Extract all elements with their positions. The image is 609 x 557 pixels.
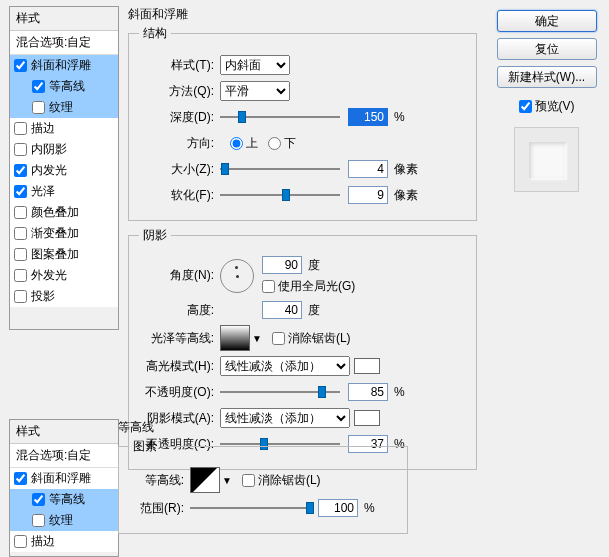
altitude-label: 高度: [139, 302, 214, 319]
highlight-color-swatch[interactable] [354, 358, 380, 374]
style-item[interactable]: 斜面和浮雕 [10, 55, 118, 76]
style-checkbox[interactable] [14, 59, 27, 72]
style-checkbox[interactable] [32, 80, 45, 93]
style-item[interactable]: 纹理 [10, 510, 118, 531]
bevel-title: 斜面和浮雕 [128, 6, 477, 23]
style-label: 投影 [31, 288, 55, 305]
angle-unit: 度 [308, 257, 320, 274]
depth-input[interactable] [348, 108, 388, 126]
style-checkbox[interactable] [14, 535, 27, 548]
style-item[interactable]: 内发光 [10, 160, 118, 181]
style-checkbox[interactable] [14, 206, 27, 219]
style-item[interactable]: 描边 [10, 118, 118, 139]
preview-checkbox[interactable]: 预览(V) [519, 98, 575, 115]
depth-slider[interactable] [220, 108, 340, 126]
style-label: 等高线 [49, 78, 85, 95]
style-checkbox[interactable] [14, 227, 27, 240]
style-item[interactable]: 外发光 [10, 265, 118, 286]
blend-options[interactable]: 混合选项:自定 [10, 443, 118, 468]
preview-label: 预览(V) [535, 98, 575, 115]
altitude-input[interactable] [262, 301, 302, 319]
size-input[interactable] [348, 160, 388, 178]
styles-header: 样式 [10, 420, 118, 443]
global-light-input[interactable] [262, 280, 275, 293]
chevron-down-icon[interactable]: ▼ [222, 475, 232, 486]
style-item[interactable]: 斜面和浮雕 [10, 468, 118, 489]
preview-checkbox-input[interactable] [519, 100, 532, 113]
style-checkbox[interactable] [14, 122, 27, 135]
soften-unit: 像素 [394, 187, 418, 204]
style-label: 等高线 [49, 491, 85, 508]
angle-input[interactable] [262, 256, 302, 274]
antialias-checkbox[interactable]: 消除锯齿(L) [272, 330, 351, 347]
style-checkbox[interactable] [14, 248, 27, 261]
highlight-opacity-input[interactable] [348, 383, 388, 401]
ok-button[interactable]: 确定 [497, 10, 597, 32]
soften-slider[interactable] [220, 186, 340, 204]
style-label: 外发光 [31, 267, 67, 284]
depth-unit: % [394, 110, 405, 124]
style-label: 内阴影 [31, 141, 67, 158]
style-item[interactable]: 等高线 [10, 76, 118, 97]
right-button-column: 确定 复位 新建样式(W)... 预览(V) [494, 10, 599, 192]
chevron-down-icon[interactable]: ▼ [252, 333, 262, 344]
style-label: 颜色叠加 [31, 204, 79, 221]
style-item[interactable]: 颜色叠加 [10, 202, 118, 223]
gloss-contour-label: 光泽等高线: [139, 330, 214, 347]
highlight-mode-select[interactable]: 线性减淡（添加） [220, 356, 350, 376]
reset-button[interactable]: 复位 [497, 38, 597, 60]
style-item[interactable]: 纹理 [10, 97, 118, 118]
contour-label: 等高线: [129, 472, 184, 489]
size-label: 大小(Z): [139, 161, 214, 178]
contour-antialias-input[interactable] [242, 474, 255, 487]
style-item[interactable]: 渐变叠加 [10, 223, 118, 244]
preview-thumbnail [514, 127, 579, 192]
highlight-opacity-slider[interactable] [220, 383, 340, 401]
style-item[interactable]: 图案叠加 [10, 244, 118, 265]
range-slider[interactable] [190, 499, 310, 517]
soften-label: 软化(F): [139, 187, 214, 204]
style-checkbox[interactable] [14, 185, 27, 198]
direction-label: 方向: [139, 135, 214, 152]
styles-panel-2: 样式 混合选项:自定 斜面和浮雕等高线纹理描边 [9, 419, 119, 557]
style-checkbox[interactable] [32, 493, 45, 506]
style-checkbox[interactable] [14, 269, 27, 282]
style-checkbox[interactable] [32, 514, 45, 527]
style-checkbox[interactable] [32, 101, 45, 114]
contour-antialias-checkbox[interactable]: 消除锯齿(L) [242, 472, 321, 489]
contour-picker[interactable] [190, 467, 220, 493]
style-checkbox[interactable] [14, 164, 27, 177]
size-unit: 像素 [394, 161, 418, 178]
gloss-contour-picker[interactable] [220, 325, 250, 351]
style-select[interactable]: 内斜面 [220, 55, 290, 75]
direction-up-radio[interactable] [230, 137, 243, 150]
direction-down-label: 下 [284, 135, 296, 152]
contour-settings: 等高线 图素 等高线: ▼ 消除锯齿(L) 范围(R): % [118, 419, 408, 540]
direction-down-radio[interactable] [268, 137, 281, 150]
method-label: 方法(Q): [139, 83, 214, 100]
altitude-unit: 度 [308, 302, 320, 319]
style-label: 光泽 [31, 183, 55, 200]
style-label: 斜面和浮雕 [31, 57, 91, 74]
style-checkbox[interactable] [14, 472, 27, 485]
new-style-button[interactable]: 新建样式(W)... [497, 66, 597, 88]
method-select[interactable]: 平滑 [220, 81, 290, 101]
style-item[interactable]: 内阴影 [10, 139, 118, 160]
antialias-input[interactable] [272, 332, 285, 345]
global-light-checkbox[interactable]: 使用全局光(G) [262, 278, 355, 295]
antialias-label: 消除锯齿(L) [288, 330, 351, 347]
blend-options[interactable]: 混合选项:自定 [10, 30, 118, 55]
structure-group: 结构 样式(T): 内斜面 方法(Q): 平滑 深度(D): % 方向: 上 下… [128, 25, 477, 221]
soften-input[interactable] [348, 186, 388, 204]
direction-up-label: 上 [246, 135, 258, 152]
style-checkbox[interactable] [14, 290, 27, 303]
style-checkbox[interactable] [14, 143, 27, 156]
style-item[interactable]: 光泽 [10, 181, 118, 202]
style-item[interactable]: 描边 [10, 531, 118, 552]
style-item[interactable]: 投影 [10, 286, 118, 307]
style-item[interactable]: 等高线 [10, 489, 118, 510]
angle-dial[interactable] [220, 259, 254, 293]
range-input[interactable] [318, 499, 358, 517]
size-slider[interactable] [220, 160, 340, 178]
style-label: 样式(T): [139, 57, 214, 74]
